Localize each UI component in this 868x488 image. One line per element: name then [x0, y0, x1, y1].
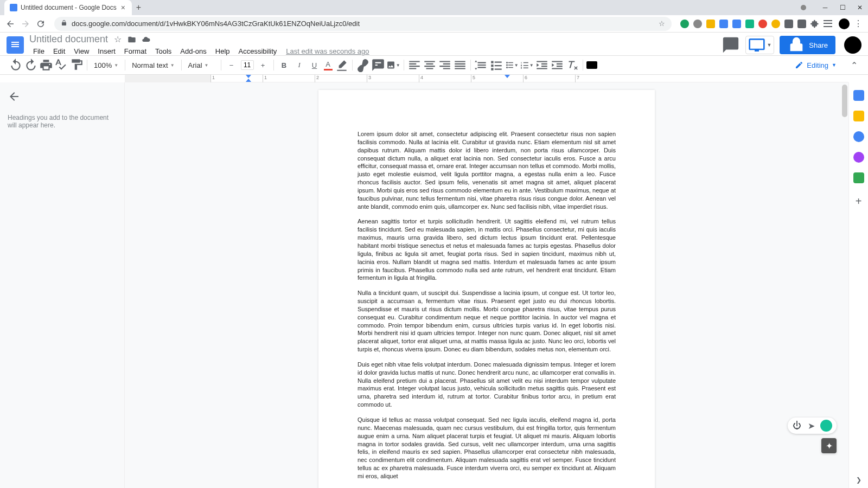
document-canvas[interactable]: Lorem ipsum dolor sit amet, consectetur …: [125, 82, 848, 488]
new-tab-button[interactable]: +: [136, 3, 141, 12]
editing-mode-select[interactable]: Editing ▼: [789, 61, 842, 69]
input-tools-button[interactable]: [586, 61, 597, 69]
collapse-toolbar-icon[interactable]: ⌃: [848, 60, 859, 70]
paragraph[interactable]: Lorem ipsum dolor sit amet, consectetur …: [358, 130, 616, 210]
left-indent-marker[interactable]: [246, 75, 251, 78]
window-minimize-icon[interactable]: ─: [821, 4, 829, 11]
ext-icon-6[interactable]: [745, 20, 754, 28]
font-select[interactable]: Arial▼: [185, 61, 218, 69]
share-button[interactable]: Share: [780, 36, 835, 54]
text-color-button[interactable]: A: [323, 58, 334, 72]
last-edit-link[interactable]: Last edit was seconds ago: [286, 47, 369, 55]
back-button[interactable]: [5, 19, 15, 29]
document-title[interactable]: Untitled document: [29, 34, 108, 45]
window-close-icon[interactable]: ✕: [856, 4, 864, 11]
horizontal-ruler[interactable]: 1 1 2 3 4 5 6 7: [125, 75, 848, 82]
numbered-list-button[interactable]: ▼: [520, 58, 534, 72]
tasks-icon[interactable]: [853, 131, 864, 142]
checklist-button[interactable]: [489, 58, 503, 72]
browser-menu-icon[interactable]: ⋮: [854, 18, 863, 29]
outline-close-icon[interactable]: [8, 90, 21, 103]
paragraph[interactable]: Duis eget nibh vitae felis volutpat inte…: [358, 361, 616, 409]
align-left-button[interactable]: [407, 58, 422, 72]
star-icon[interactable]: ☆: [659, 20, 665, 28]
menu-tools[interactable]: Tools: [151, 46, 175, 56]
right-indent-marker[interactable]: [505, 75, 510, 78]
clear-formatting-button[interactable]: [565, 58, 579, 72]
keep-icon[interactable]: [853, 111, 864, 121]
line-spacing-button[interactable]: [474, 58, 488, 72]
align-right-button[interactable]: [438, 58, 452, 72]
url-bar[interactable]: docs.google.com/document/d/1vHwkBKY06mNs…: [54, 17, 672, 31]
italic-button[interactable]: I: [292, 58, 307, 72]
paragraph-style-select[interactable]: Normal text▼: [129, 61, 177, 69]
increase-indent-button[interactable]: [550, 58, 564, 72]
ext-icon-8[interactable]: [771, 20, 780, 28]
ext-icon-9[interactable]: [784, 20, 793, 28]
star-icon[interactable]: ☆: [113, 35, 122, 44]
account-avatar[interactable]: [844, 36, 861, 54]
spellcheck-button[interactable]: [54, 58, 68, 72]
insert-link-button[interactable]: [356, 58, 370, 72]
browser-tab[interactable]: Untitled document - Google Docs ×: [4, 0, 132, 15]
bullet-list-button[interactable]: ▼: [505, 58, 519, 72]
menu-format[interactable]: Format: [120, 46, 150, 56]
ext-icon-5[interactable]: [732, 20, 741, 28]
maps-icon[interactable]: [853, 172, 864, 183]
font-size-decrease[interactable]: −: [225, 58, 239, 72]
print-button[interactable]: [39, 58, 53, 72]
font-size-increase[interactable]: +: [256, 58, 270, 72]
ext-icon-7[interactable]: [758, 20, 767, 28]
paragraph[interactable]: Quisque id tellus ac massa volutpat cons…: [358, 416, 616, 480]
docs-logo-icon[interactable]: [7, 36, 24, 54]
floating-toolbar[interactable]: ⏻ ➤: [788, 418, 837, 434]
comment-history-icon[interactable]: [722, 36, 740, 54]
ext-icon-1[interactable]: [680, 20, 689, 28]
undo-button[interactable]: [9, 58, 23, 72]
redo-button[interactable]: [24, 58, 38, 72]
menu-edit[interactable]: Edit: [49, 46, 69, 56]
ext-icon-4[interactable]: [719, 20, 728, 28]
align-justify-button[interactable]: [453, 58, 467, 72]
menu-file[interactable]: File: [29, 46, 48, 56]
underline-button[interactable]: U: [308, 58, 322, 72]
contacts-icon[interactable]: [853, 152, 864, 163]
insert-comment-button[interactable]: [371, 58, 385, 72]
ext-icon-2[interactable]: [693, 20, 702, 28]
menu-addons[interactable]: Add-ons: [176, 46, 210, 56]
extensions-menu-icon[interactable]: [810, 20, 819, 28]
menu-accessibility[interactable]: Accessibility: [235, 46, 281, 56]
tab-close-icon[interactable]: ×: [120, 4, 126, 11]
window-maximize-icon[interactable]: ☐: [839, 4, 846, 11]
menu-insert[interactable]: Insert: [94, 46, 119, 56]
explore-button[interactable]: ✦: [821, 438, 837, 453]
font-size-input[interactable]: [241, 60, 254, 70]
side-panel-collapse-icon[interactable]: ❯: [856, 476, 861, 484]
page[interactable]: Lorem ipsum dolor sit amet, consectetur …: [318, 90, 655, 488]
reading-list-icon[interactable]: [824, 20, 832, 28]
grammarly-icon[interactable]: [820, 420, 832, 432]
ext-icon-3[interactable]: [706, 20, 715, 28]
menu-help[interactable]: Help: [212, 46, 234, 56]
reload-button[interactable]: [36, 19, 46, 29]
browser-update-indicator[interactable]: [801, 5, 806, 10]
insert-image-button[interactable]: ▼: [386, 58, 400, 72]
paragraph[interactable]: Nulla a tincidunt quam, ut suscipit dui.…: [358, 289, 616, 354]
calendar-icon[interactable]: [853, 90, 864, 101]
ext-icon-10[interactable]: [797, 20, 806, 28]
paragraph[interactable]: Aenean sagittis tortor et turpis sollici…: [358, 217, 616, 282]
present-button[interactable]: ▼: [745, 36, 774, 54]
highlight-button[interactable]: [335, 58, 349, 72]
align-center-button[interactable]: [423, 58, 437, 72]
decrease-indent-button[interactable]: [535, 58, 549, 72]
addons-plus-icon[interactable]: +: [856, 195, 862, 208]
zoom-select[interactable]: 100%▼: [91, 61, 122, 69]
paint-format-button[interactable]: [69, 58, 84, 72]
send-icon[interactable]: ➤: [806, 421, 816, 431]
menu-view[interactable]: View: [70, 46, 93, 56]
cloud-status-icon[interactable]: [142, 35, 150, 44]
browser-profile-avatar[interactable]: [839, 18, 850, 29]
vertical-scrollbar[interactable]: [842, 85, 847, 486]
bold-button[interactable]: B: [277, 58, 291, 72]
first-line-indent-marker[interactable]: [246, 79, 251, 82]
